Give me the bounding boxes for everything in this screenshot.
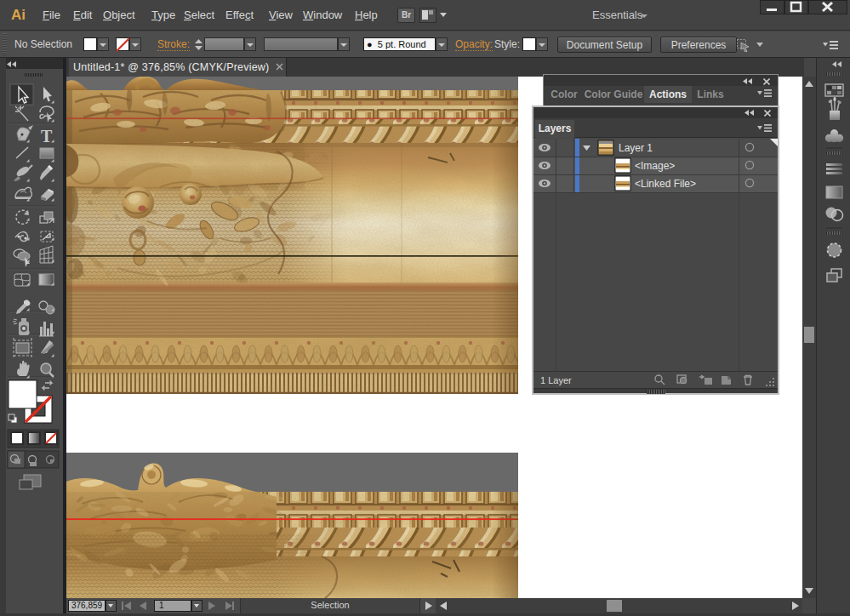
svg-text:<Image>: <Image> xyxy=(635,160,675,172)
svg-text:<Linked File>: <Linked File> xyxy=(635,178,696,190)
svg-text:T: T xyxy=(41,127,53,145)
svg-text:Layer 1: Layer 1 xyxy=(619,142,653,154)
